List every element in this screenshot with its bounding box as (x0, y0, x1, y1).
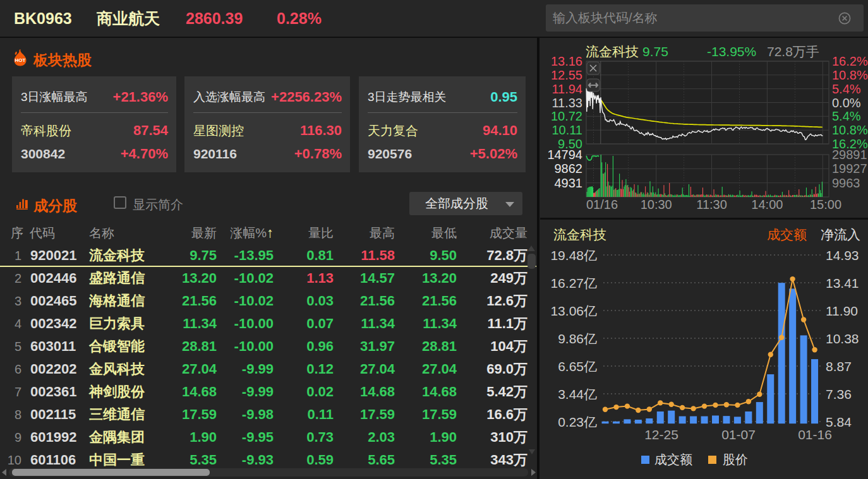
svg-text:9.75: 9.75 (642, 44, 668, 59)
svg-text:10.8%: 10.8% (832, 123, 868, 137)
svg-text:7.36: 7.36 (826, 387, 852, 401)
svg-text:-13.95%: -13.95% (707, 44, 756, 59)
svg-text:14:00: 14:00 (751, 198, 783, 211)
svg-text:19.48亿: 19.48亿 (550, 248, 597, 263)
svg-text:29891: 29891 (832, 148, 867, 162)
svg-text:流金科技: 流金科技 (586, 44, 639, 59)
svg-text:5.4%: 5.4% (832, 82, 861, 96)
svg-text:12.55: 12.55 (551, 68, 582, 82)
svg-text:01-16: 01-16 (798, 427, 832, 442)
svg-text:股价: 股价 (723, 452, 748, 466)
svg-text:10:30: 10:30 (641, 198, 672, 211)
svg-text:13.16: 13.16 (551, 54, 582, 68)
svg-text:19927: 19927 (832, 162, 867, 175)
svg-text:8.87: 8.87 (826, 359, 852, 374)
svg-text:净流入: 净流入 (821, 227, 860, 242)
svg-text:10.38: 10.38 (826, 331, 859, 346)
svg-text:0.0%: 0.0% (832, 96, 861, 110)
svg-text:01/16: 01/16 (586, 198, 618, 211)
svg-text:10.72: 10.72 (551, 109, 582, 123)
svg-text:成交额: 成交额 (654, 452, 692, 466)
svg-text:12-25: 12-25 (644, 427, 678, 442)
svg-text:4931: 4931 (555, 176, 583, 190)
svg-text:13.41: 13.41 (826, 276, 859, 290)
svg-text:9.86亿: 9.86亿 (558, 331, 597, 346)
svg-text:13.06亿: 13.06亿 (550, 304, 597, 318)
svg-text:5.4%: 5.4% (832, 109, 861, 123)
svg-text:11.94: 11.94 (552, 82, 582, 96)
svg-text:3.44亿: 3.44亿 (558, 387, 597, 401)
svg-text:11.90: 11.90 (826, 304, 858, 318)
svg-text:10.8%: 10.8% (832, 68, 868, 82)
svg-text:6.65亿: 6.65亿 (558, 359, 597, 374)
svg-text:流金科技: 流金科技 (553, 227, 606, 242)
svg-text:14794: 14794 (547, 148, 582, 162)
svg-text:11.33: 11.33 (552, 96, 582, 110)
svg-text:01-07: 01-07 (721, 427, 756, 442)
svg-text:成交额: 成交额 (767, 227, 807, 242)
svg-text:15:00: 15:00 (810, 198, 841, 211)
svg-text:9963: 9963 (832, 176, 860, 190)
svg-text:14.93: 14.93 (826, 248, 859, 263)
svg-text:11:30: 11:30 (696, 198, 727, 211)
svg-text:10.11: 10.11 (552, 123, 582, 137)
svg-text:16.2%: 16.2% (832, 54, 868, 68)
svg-text:16.27亿: 16.27亿 (550, 276, 597, 290)
svg-text:HOT: HOT (15, 57, 26, 63)
svg-text:72.8万手: 72.8万手 (767, 44, 819, 59)
svg-text:9862: 9862 (555, 162, 583, 175)
svg-text:0.23亿: 0.23亿 (558, 415, 597, 429)
